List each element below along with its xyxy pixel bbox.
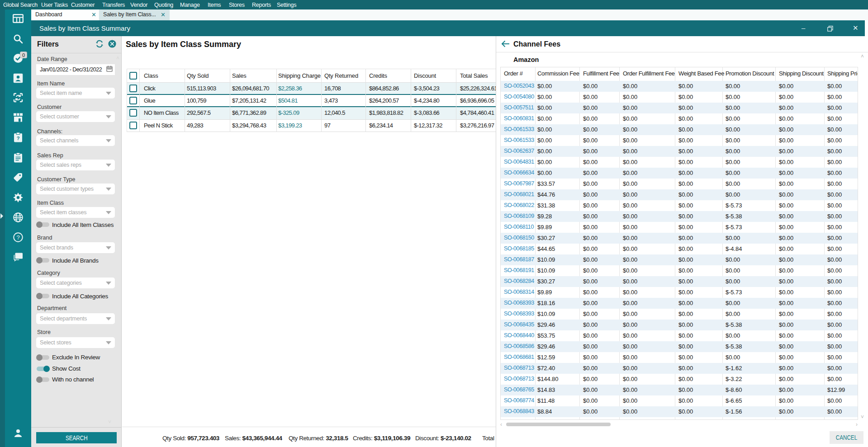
svg-text:?: ? xyxy=(17,136,20,141)
svg-text:?: ? xyxy=(16,234,19,241)
